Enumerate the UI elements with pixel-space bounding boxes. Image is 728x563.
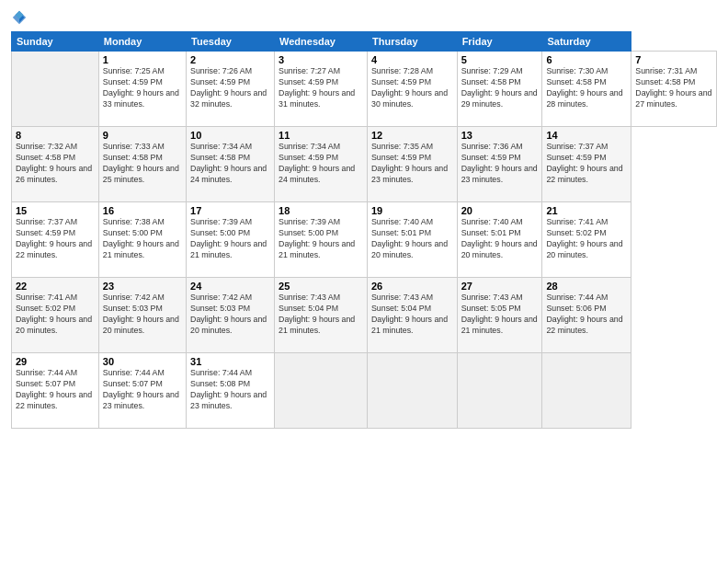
day-cell: 28 Sunrise: 7:44 AMSunset: 5:06 PMDaylig… bbox=[542, 278, 631, 353]
day-number: 17 bbox=[190, 205, 270, 216]
day-info: Sunrise: 7:44 AMSunset: 5:07 PMDaylight:… bbox=[16, 368, 95, 412]
day-cell: 25 Sunrise: 7:43 AMSunset: 5:04 PMDaylig… bbox=[275, 278, 368, 353]
day-cell: 19 Sunrise: 7:40 AMSunset: 5:01 PMDaylig… bbox=[368, 202, 458, 278]
day-number: 19 bbox=[371, 205, 453, 216]
day-info: Sunrise: 7:43 AMSunset: 5:05 PMDaylight:… bbox=[461, 293, 539, 337]
day-number: 2 bbox=[190, 54, 270, 65]
col-header-monday: Monday bbox=[98, 32, 186, 52]
col-header-wednesday: Wednesday bbox=[275, 32, 368, 52]
day-info: Sunrise: 7:35 AMSunset: 4:59 PMDaylight:… bbox=[371, 142, 453, 186]
day-number: 3 bbox=[279, 54, 363, 65]
day-info: Sunrise: 7:28 AMSunset: 4:59 PMDaylight:… bbox=[371, 66, 453, 110]
day-info: Sunrise: 7:25 AMSunset: 4:59 PMDaylight:… bbox=[103, 66, 182, 110]
day-cell: 4 Sunrise: 7:28 AMSunset: 4:59 PMDayligh… bbox=[368, 52, 458, 127]
day-info: Sunrise: 7:39 AMSunset: 5:00 PMDaylight:… bbox=[279, 217, 363, 261]
day-info: Sunrise: 7:42 AMSunset: 5:03 PMDaylight:… bbox=[190, 293, 270, 337]
day-cell: 2 Sunrise: 7:26 AMSunset: 4:59 PMDayligh… bbox=[187, 52, 275, 127]
day-number: 20 bbox=[461, 205, 539, 216]
day-cell: 17 Sunrise: 7:39 AMSunset: 5:00 PMDaylig… bbox=[187, 202, 275, 278]
day-info: Sunrise: 7:41 AMSunset: 5:02 PMDaylight:… bbox=[16, 293, 95, 337]
day-cell: 9 Sunrise: 7:33 AMSunset: 4:58 PMDayligh… bbox=[98, 127, 186, 202]
day-number: 29 bbox=[16, 356, 95, 367]
day-info: Sunrise: 7:40 AMSunset: 5:01 PMDaylight:… bbox=[461, 217, 539, 261]
day-info: Sunrise: 7:43 AMSunset: 5:04 PMDaylight:… bbox=[279, 293, 363, 337]
week-row-2: 8 Sunrise: 7:32 AMSunset: 4:58 PMDayligh… bbox=[12, 127, 717, 202]
day-cell: 5 Sunrise: 7:29 AMSunset: 4:58 PMDayligh… bbox=[457, 52, 542, 127]
day-cell: 22 Sunrise: 7:41 AMSunset: 5:02 PMDaylig… bbox=[12, 278, 99, 353]
day-cell: 20 Sunrise: 7:40 AMSunset: 5:01 PMDaylig… bbox=[457, 202, 542, 278]
day-cell: 29 Sunrise: 7:44 AMSunset: 5:07 PMDaylig… bbox=[12, 353, 99, 429]
week-row-5: 29 Sunrise: 7:44 AMSunset: 5:07 PMDaylig… bbox=[12, 353, 717, 429]
logo bbox=[11, 9, 29, 26]
col-header-thursday: Thursday bbox=[368, 32, 458, 52]
day-cell: 3 Sunrise: 7:27 AMSunset: 4:59 PMDayligh… bbox=[275, 52, 368, 127]
day-cell: 27 Sunrise: 7:43 AMSunset: 5:05 PMDaylig… bbox=[457, 278, 542, 353]
day-number: 1 bbox=[103, 54, 182, 65]
day-cell: 31 Sunrise: 7:44 AMSunset: 5:08 PMDaylig… bbox=[187, 353, 275, 429]
day-info: Sunrise: 7:41 AMSunset: 5:02 PMDaylight:… bbox=[546, 217, 627, 261]
day-cell: 7 Sunrise: 7:31 AMSunset: 4:58 PMDayligh… bbox=[631, 52, 717, 127]
day-number: 31 bbox=[190, 356, 270, 367]
day-info: Sunrise: 7:40 AMSunset: 5:01 PMDaylight:… bbox=[371, 217, 453, 261]
day-cell: 24 Sunrise: 7:42 AMSunset: 5:03 PMDaylig… bbox=[187, 278, 275, 353]
day-number: 7 bbox=[635, 54, 712, 65]
calendar-table: SundayMondayTuesdayWednesdayThursdayFrid… bbox=[11, 31, 717, 429]
col-header-tuesday: Tuesday bbox=[187, 32, 275, 52]
day-cell: 12 Sunrise: 7:35 AMSunset: 4:59 PMDaylig… bbox=[368, 127, 458, 202]
day-number: 27 bbox=[461, 281, 539, 292]
header-row: SundayMondayTuesdayWednesdayThursdayFrid… bbox=[12, 32, 717, 52]
week-row-1: 1 Sunrise: 7:25 AMSunset: 4:59 PMDayligh… bbox=[12, 52, 717, 127]
day-info: Sunrise: 7:33 AMSunset: 4:58 PMDaylight:… bbox=[103, 142, 182, 186]
day-cell: 14 Sunrise: 7:37 AMSunset: 4:59 PMDaylig… bbox=[542, 127, 631, 202]
header bbox=[11, 9, 717, 26]
day-number: 15 bbox=[16, 205, 95, 216]
week-row-4: 22 Sunrise: 7:41 AMSunset: 5:02 PMDaylig… bbox=[12, 278, 717, 353]
calendar-container: SundayMondayTuesdayWednesdayThursdayFrid… bbox=[0, 0, 728, 438]
day-number: 30 bbox=[103, 356, 182, 367]
day-cell: 11 Sunrise: 7:34 AMSunset: 4:59 PMDaylig… bbox=[275, 127, 368, 202]
day-info: Sunrise: 7:38 AMSunset: 5:00 PMDaylight:… bbox=[103, 217, 182, 261]
day-number: 16 bbox=[103, 205, 182, 216]
day-info: Sunrise: 7:37 AMSunset: 4:59 PMDaylight:… bbox=[16, 217, 95, 261]
col-header-sunday: Sunday bbox=[12, 32, 99, 52]
day-info: Sunrise: 7:39 AMSunset: 5:00 PMDaylight:… bbox=[190, 217, 270, 261]
col-header-friday: Friday bbox=[457, 32, 542, 52]
day-cell: 13 Sunrise: 7:36 AMSunset: 4:59 PMDaylig… bbox=[457, 127, 542, 202]
day-number: 14 bbox=[546, 130, 627, 141]
day-cell: 21 Sunrise: 7:41 AMSunset: 5:02 PMDaylig… bbox=[542, 202, 631, 278]
day-number: 5 bbox=[461, 54, 539, 65]
day-info: Sunrise: 7:36 AMSunset: 4:59 PMDaylight:… bbox=[461, 142, 539, 186]
day-number: 24 bbox=[190, 281, 270, 292]
day-cell: 26 Sunrise: 7:43 AMSunset: 5:04 PMDaylig… bbox=[368, 278, 458, 353]
day-cell: 16 Sunrise: 7:38 AMSunset: 5:00 PMDaylig… bbox=[98, 202, 186, 278]
day-number: 26 bbox=[371, 281, 453, 292]
day-cell bbox=[457, 353, 542, 429]
day-number: 23 bbox=[103, 281, 182, 292]
day-info: Sunrise: 7:34 AMSunset: 4:58 PMDaylight:… bbox=[190, 142, 270, 186]
col-header-saturday: Saturday bbox=[542, 32, 631, 52]
day-cell: 15 Sunrise: 7:37 AMSunset: 4:59 PMDaylig… bbox=[12, 202, 99, 278]
day-info: Sunrise: 7:43 AMSunset: 5:04 PMDaylight:… bbox=[371, 293, 453, 337]
day-number: 28 bbox=[546, 281, 627, 292]
day-info: Sunrise: 7:42 AMSunset: 5:03 PMDaylight:… bbox=[103, 293, 182, 337]
day-cell: 10 Sunrise: 7:34 AMSunset: 4:58 PMDaylig… bbox=[187, 127, 275, 202]
day-info: Sunrise: 7:26 AMSunset: 4:59 PMDaylight:… bbox=[190, 66, 270, 110]
day-cell bbox=[368, 353, 458, 429]
day-info: Sunrise: 7:27 AMSunset: 4:59 PMDaylight:… bbox=[279, 66, 363, 110]
day-info: Sunrise: 7:34 AMSunset: 4:59 PMDaylight:… bbox=[279, 142, 363, 186]
day-cell: 6 Sunrise: 7:30 AMSunset: 4:58 PMDayligh… bbox=[542, 52, 631, 127]
day-number: 13 bbox=[461, 130, 539, 141]
day-info: Sunrise: 7:44 AMSunset: 5:07 PMDaylight:… bbox=[103, 368, 182, 412]
day-info: Sunrise: 7:31 AMSunset: 4:58 PMDaylight:… bbox=[635, 66, 712, 110]
logo-icon bbox=[11, 9, 28, 26]
day-number: 6 bbox=[546, 54, 627, 65]
day-number: 9 bbox=[103, 130, 182, 141]
day-number: 10 bbox=[190, 130, 270, 141]
day-cell: 1 Sunrise: 7:25 AMSunset: 4:59 PMDayligh… bbox=[98, 52, 186, 127]
day-cell: 30 Sunrise: 7:44 AMSunset: 5:07 PMDaylig… bbox=[98, 353, 186, 429]
day-number: 25 bbox=[279, 281, 363, 292]
day-number: 8 bbox=[16, 130, 95, 141]
day-number: 21 bbox=[546, 205, 627, 216]
day-info: Sunrise: 7:30 AMSunset: 4:58 PMDaylight:… bbox=[546, 66, 627, 110]
day-cell bbox=[275, 353, 368, 429]
